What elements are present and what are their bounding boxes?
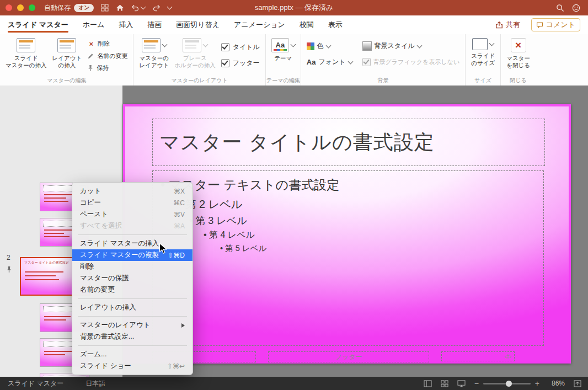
insert-layout-button[interactable]: レイアウト の挿入 <box>52 38 82 68</box>
master-layout-button[interactable]: マスターの レイアウト <box>139 38 169 68</box>
master-number-label: 2 <box>7 254 10 261</box>
group-label-background: 背景 <box>301 77 465 84</box>
zoom-out-button[interactable]: − <box>474 380 479 387</box>
tab-insert[interactable]: 挿入 <box>119 15 133 34</box>
menu-separator <box>78 345 187 346</box>
menu-item-master-layout[interactable]: マスターのレイアウト <box>72 319 193 331</box>
ribbon: スライド マスターの挿入 レイアウト の挿入 × 削除 名前の変更 <box>0 34 588 86</box>
autosave-toggle[interactable]: オン <box>74 4 94 12</box>
insert-slide-master-button[interactable]: スライド マスターの挿入 <box>6 38 46 68</box>
menu-item-insert-layout[interactable]: レイアウトの挿入 <box>72 302 193 313</box>
menu-separator <box>78 298 187 299</box>
zoom-window-button[interactable] <box>29 4 35 11</box>
menu-separator <box>78 234 187 235</box>
rename-button[interactable]: 名前の変更 <box>87 52 127 60</box>
feedback-smiley-icon[interactable] <box>572 4 580 12</box>
body-level-4: 第 4 レベル <box>204 229 543 241</box>
statusbar-language[interactable]: 日本語 <box>85 379 105 388</box>
redo-icon[interactable] <box>152 4 161 12</box>
background-style-icon <box>362 41 372 51</box>
fonts-aa-icon: Aa <box>307 58 316 66</box>
slide-show-view-icon[interactable] <box>457 380 466 387</box>
chevron-down-icon <box>416 42 422 48</box>
ribbon-group-edit-theme: Aa テーマ テーマの編集 <box>266 34 301 86</box>
tab-home[interactable]: ホーム <box>83 15 105 34</box>
menu-item-slide-show[interactable]: スライド ショー⇧⌘↩ <box>72 360 193 372</box>
chevron-down-icon <box>290 42 296 47</box>
tab-view[interactable]: 表示 <box>328 15 343 34</box>
zoom-slider[interactable] <box>483 383 531 384</box>
menu-item-preserve-master[interactable]: マスターの保護 <box>72 273 193 284</box>
body-level-1: マスター テキストの書式設定 <box>161 177 543 194</box>
tab-review[interactable]: 校閲 <box>300 15 314 34</box>
delete-button[interactable]: × 削除 <box>87 40 127 48</box>
fit-slide-to-window-icon[interactable] <box>574 380 581 387</box>
menu-item-format-background[interactable]: 背景の書式設定... <box>72 331 193 343</box>
home-icon[interactable] <box>116 4 124 12</box>
menu-item-cut[interactable]: カット⌘X <box>72 185 193 197</box>
zoom-level[interactable]: 86% <box>548 380 565 387</box>
titlebar: 自動保存 オン sample.pptx — 保存済み <box>0 0 588 15</box>
colors-button[interactable]: 色 <box>307 41 352 51</box>
body-level-2: 第 2 レベル <box>178 197 543 212</box>
tab-slide-master[interactable]: スライド マスター <box>8 15 68 34</box>
close-window-button[interactable] <box>6 4 12 11</box>
chevron-down-icon <box>162 42 167 47</box>
search-icon[interactable] <box>556 4 564 12</box>
color-palette-icon <box>307 42 314 50</box>
tab-draw[interactable]: 描画 <box>147 15 162 34</box>
normal-view-icon[interactable] <box>424 380 432 387</box>
fonts-button[interactable]: Aa フォント <box>307 57 352 67</box>
group-label-master-layout: マスターのレイアウト <box>133 77 265 84</box>
menu-item-paste[interactable]: ペースト⌘V <box>72 209 193 220</box>
slide-number-placeholder[interactable]: ‹#› <box>441 351 515 361</box>
undo-dropdown-chevron-icon[interactable] <box>141 4 146 10</box>
slide-title-placeholder[interactable]: マスター タイトルの書式設定 <box>152 119 545 166</box>
theme-button[interactable]: Aa テーマ <box>271 38 295 62</box>
preserve-button[interactable]: 保持 <box>87 64 127 72</box>
share-button[interactable]: 共有 <box>495 20 520 30</box>
powerpoint-window: 自動保存 オン sample.pptx — 保存済み <box>0 0 588 390</box>
versions-icon[interactable] <box>101 4 109 12</box>
chevron-down-icon <box>325 42 331 48</box>
zoom-in-button[interactable]: + <box>535 380 539 387</box>
autosave-label: 自動保存 <box>44 3 71 13</box>
comments-button[interactable]: コメント <box>531 18 580 31</box>
share-icon <box>495 21 503 29</box>
tab-animations[interactable]: アニメーション <box>234 15 285 34</box>
theme-aa-icon: Aa <box>271 38 289 52</box>
delete-icon: × <box>87 40 95 47</box>
undo-icon[interactable] <box>131 4 145 12</box>
background-styles-button[interactable]: 背景スタイル <box>362 41 460 51</box>
menu-item-delete[interactable]: 削除 <box>72 261 193 273</box>
ribbon-group-master-layout: マスターの レイアウト プレース ホルダーの挿入 タイトル フッター <box>133 34 265 86</box>
toolbar-dropdown-chevron-icon[interactable] <box>168 7 172 9</box>
menu-item-insert-slide-master[interactable]: スライド マスターの挿入 <box>72 238 193 249</box>
menu-item-rename[interactable]: 名前の変更 <box>72 284 193 296</box>
group-label-edit-master: マスターの編集 <box>0 77 133 84</box>
ribbon-group-size: スライド のサイズ サイズ <box>466 34 501 86</box>
tab-transitions[interactable]: 画面切り替え <box>176 15 220 34</box>
minimize-window-button[interactable] <box>17 4 24 11</box>
comment-bubble-icon <box>536 22 543 29</box>
slide-body-placeholder[interactable]: マスター テキストの書式設定 第 2 レベル 第 3 レベル 第 4 レベル 第… <box>152 170 544 346</box>
zoom-slider-knob[interactable] <box>506 381 512 387</box>
menu-item-zoom[interactable]: ズーム... <box>72 349 193 360</box>
close-master-button[interactable]: × マスター を閉じる <box>506 38 530 68</box>
menu-item-duplicate-slide-master[interactable]: スライド マスターの複製⇧⌘D <box>72 249 193 261</box>
insert-placeholder-button: プレース ホルダーの挿入 <box>174 38 215 68</box>
checkbox-checked-disabled-icon <box>362 58 371 66</box>
menu-separator <box>78 316 187 317</box>
layout-icon <box>57 38 76 52</box>
checkbox-checked-icon <box>221 43 229 51</box>
title-checkbox[interactable]: タイトル <box>221 42 260 52</box>
footer-checkbox[interactable]: フッター <box>221 58 260 68</box>
slide-title-text: マスター タイトルの書式設定 <box>153 129 435 156</box>
menu-item-copy[interactable]: コピー⌘C <box>72 197 193 209</box>
slide-size-button[interactable]: スライド のサイズ <box>471 38 495 66</box>
footer-placeholder[interactable]: フッター <box>268 351 429 362</box>
submenu-arrow-icon <box>181 323 185 328</box>
slide-sorter-view-icon[interactable] <box>441 380 448 387</box>
statusbar: スライド マスター 日本語 − + 86% <box>0 377 588 390</box>
chevron-down-icon <box>348 58 353 64</box>
